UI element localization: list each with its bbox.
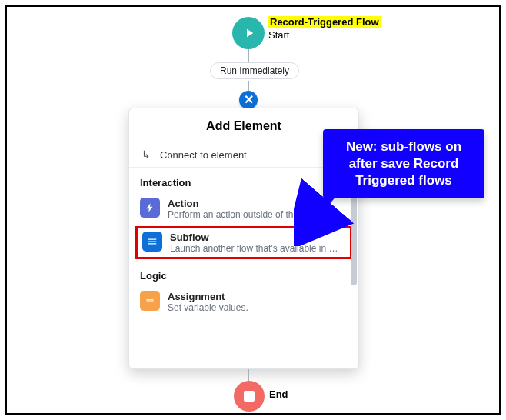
item-assignment-desc: Set variable values.	[168, 302, 248, 313]
end-node[interactable]	[234, 381, 265, 412]
connector	[248, 369, 249, 381]
item-subflow-desc: Launch another flow that's available in …	[170, 243, 339, 254]
item-subflow[interactable]: Subflow Launch another flow that's avail…	[135, 226, 352, 259]
stop-icon	[244, 391, 255, 402]
start-subtitle: Start	[268, 29, 289, 41]
item-action-title: Action	[168, 198, 337, 209]
connector	[248, 81, 249, 91]
item-assignment[interactable]: Assignment Set variable values.	[129, 286, 358, 318]
start-node[interactable]	[232, 17, 265, 49]
item-assignment-title: Assignment	[168, 291, 248, 302]
end-label: End	[269, 388, 288, 400]
connect-arrow-icon: ↳	[140, 148, 152, 161]
add-element-button[interactable]: ✕	[239, 91, 258, 109]
item-action-desc: Perform an action outside of the flow. C…	[168, 209, 337, 220]
connector	[248, 49, 249, 62]
start-title: Record-Triggered Flow	[268, 16, 381, 28]
item-subflow-title: Subflow	[170, 232, 339, 243]
connect-label: Connect to element	[160, 149, 247, 161]
subflow-icon	[142, 232, 162, 252]
timing-pill[interactable]: Run Immediately	[210, 62, 299, 79]
action-icon	[140, 198, 160, 218]
annotation-callout: New: sub-flows on after save Record Trig…	[323, 129, 484, 198]
section-logic: Logic	[129, 261, 358, 286]
assignment-icon	[140, 291, 160, 311]
play-icon	[242, 26, 256, 40]
close-icon: ✕	[244, 94, 254, 106]
